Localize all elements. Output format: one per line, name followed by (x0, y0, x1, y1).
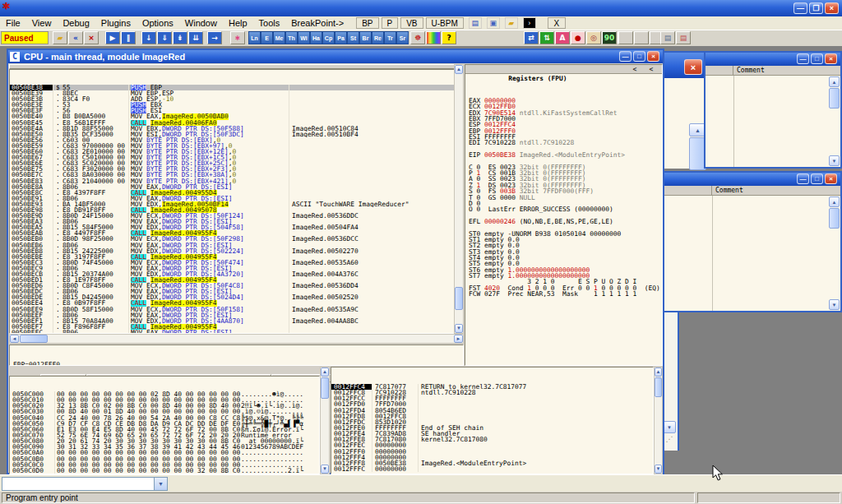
menu-item-tools[interactable]: Tools (253, 17, 286, 29)
menu-item-window[interactable]: Window (179, 17, 223, 29)
go-back-icon[interactable]: « (68, 31, 83, 44)
disasm-row[interactable]: 0050BE3B.83C4 F0ADD ESP,-10 (10, 96, 462, 102)
help-icon[interactable]: ? (442, 31, 456, 44)
register-line[interactable]: EFL 00000246 (NO,NB,E,BE,NS,PE,GE,LE) (465, 219, 662, 224)
plugin-close-button[interactable]: X (548, 17, 566, 29)
minimize-icon[interactable]: — (619, 51, 632, 62)
register-line[interactable]: EIP 0050BE38 ImageRed.<ModuleEntryPoint> (465, 152, 662, 158)
disasm-row[interactable]: 0050BE9D.8B0D 24F15000MOV ECX,DWORD PTR … (10, 213, 462, 219)
close-program-icon[interactable]: × (84, 31, 99, 44)
toolbar-letter-button-cp[interactable]: Cp (322, 31, 335, 44)
disasm-row[interactable]: 0050BED1.E8 1E97F8FFCALL ImageRed.004955… (10, 277, 462, 283)
disasm-row[interactable]: 0050BEC9.8B06MOV EAX,DWORD PTR DS:[ESI] (10, 266, 462, 271)
scroll-up-icon[interactable]: ▲ (455, 65, 463, 74)
minimize-icon[interactable]: — (797, 173, 809, 184)
minimize-icon[interactable]: — (793, 2, 807, 14)
breakpoint-bar-button-u-bpm[interactable]: U-BPM (426, 17, 464, 29)
panel-notes-icon[interactable]: ▤ (676, 31, 691, 44)
menu-item-view[interactable]: View (26, 17, 58, 29)
step-over-icon[interactable]: ⇓ (157, 31, 172, 44)
disasm-hscrollbar[interactable]: ◄ ► (9, 334, 464, 344)
menu-item-plugins[interactable]: Plugins (95, 17, 136, 29)
disasm-row[interactable]: 0050BEBE.E8 3197F8FFCALL ImageRed.004955… (10, 254, 462, 260)
close-icon[interactable]: × (684, 59, 702, 75)
close-icon[interactable]: × (825, 53, 837, 64)
menu-item-breakpoint[interactable]: BreakPoint-> (285, 17, 349, 29)
disasm-row[interactable]: 0050BEE4.E8 0B97F8FFCALL ImageRed.004955… (10, 300, 462, 306)
disasm-row[interactable]: 0050BE38$55PUSH EBP (10, 85, 462, 90)
scroll-down-icon[interactable]: ▼ (321, 465, 329, 474)
toolbar-letter-button-wi[interactable]: Wi (298, 31, 310, 44)
disasm-row[interactable]: 0050BE6E.C683 5C020000 00MOV BYTE PTR DS… (10, 160, 462, 166)
disasm-row[interactable]: 0050BEB8.8B15 24225000MOV EDX,DWORD PTR … (10, 248, 462, 254)
toolbar-letter-button-st[interactable]: St (347, 31, 359, 44)
pause-icon[interactable]: ‖ (121, 31, 136, 44)
disasm-row[interactable]: 0050BE45.E8 56B1EFFFCALL ImageRed.00406F… (10, 120, 462, 126)
disasm-row[interactable]: 0050BE50.8B35 DCF35000MOV ESI,DWORD PTR … (10, 132, 462, 137)
scroll-right-icon[interactable]: ► (454, 335, 463, 343)
close-icon[interactable]: × (825, 173, 837, 184)
swap-panels-icon[interactable]: ⇄ (524, 31, 539, 44)
disasm-row[interactable]: 0050BE3F.56PUSH ESI (10, 108, 462, 113)
scrollbar-thumb[interactable] (20, 335, 48, 343)
toolbar-letter-button-ha[interactable]: Ha (310, 31, 322, 44)
scrollbar-thumb[interactable] (655, 377, 662, 397)
registers-pane-header[interactable]: Registers (FPU) < < (465, 65, 662, 74)
assemble-icon[interactable]: A (555, 31, 570, 44)
stack-row[interactable]: 0012FFFC00000000 (331, 466, 653, 472)
maximize-icon[interactable]: □ (811, 173, 823, 184)
scrollbar-thumb[interactable] (829, 208, 840, 229)
column-header-blank[interactable] (706, 66, 733, 75)
scrollbar-thumb[interactable] (829, 88, 840, 109)
restore-icon[interactable]: ❐ (809, 2, 823, 14)
maximize-icon[interactable]: □ (633, 51, 645, 62)
open-file-icon[interactable]: ▰ (53, 31, 67, 44)
registers-prev-icon[interactable]: < (629, 66, 641, 73)
disasm-vscrollbar[interactable]: ▲ ▼ (454, 64, 464, 334)
disasm-row[interactable]: 0050BEB6.8B06MOV EAX,DWORD PTR DS:[ESI] (10, 243, 462, 248)
trace-spiral-icon[interactable]: ◎ (586, 31, 601, 44)
execute-till-return-icon[interactable]: → (207, 31, 222, 44)
resize-grip-icon[interactable]: ⋰ (663, 435, 676, 448)
disasm-row[interactable]: 0050BEDC.8B06MOV EAX,DWORD PTR DS:[ESI] (10, 289, 462, 294)
disasm-row[interactable]: 0050BECB.8B15 20374A00MOV EDX,DWORD PTR … (10, 271, 462, 277)
scroll-down-icon[interactable]: ▼ (829, 299, 840, 310)
disasm-row[interactable]: 0050BE98.E8 DB91F8FFCALL ImageRed.004950… (10, 207, 462, 213)
scrollbar-thumb[interactable] (321, 377, 329, 399)
scroll-down-icon[interactable]: ▼ (829, 155, 840, 166)
disasm-row[interactable]: 0050BEF7.E8 F896F8FFCALL ImageRed.004955… (10, 324, 462, 330)
stack-vscrollbar[interactable]: ▲ ▼ (654, 367, 663, 474)
notes-icon[interactable]: ▤ (469, 17, 482, 29)
disasm-row[interactable]: 0050BE56.C603 00MOV BYTE PTR DS:[EBX],0 (10, 137, 462, 143)
disasm-row[interactable]: 0050BEA5.8B15 584F5000MOV EDX,DWORD PTR … (10, 224, 462, 230)
command-input[interactable] (2, 478, 154, 490)
dump-vscrollbar[interactable]: ▲ ▼ (320, 367, 330, 474)
scrollbar-thumb[interactable] (455, 287, 463, 310)
toolbar-letter-button-re[interactable]: Re (372, 31, 384, 44)
disasm-row[interactable]: 0050BEEF.8B06MOV EAX,DWORD PTR DS:[ESI] (10, 312, 462, 318)
scroll-up-icon[interactable]: ▲ (829, 197, 840, 207)
breakpoint-bar-button-bp[interactable]: BP (356, 17, 378, 29)
animate-into-icon[interactable]: ↡ (173, 31, 187, 44)
register-line[interactable]: O 0 LastErr ERROR_SUCCESS (00000000) (465, 206, 662, 212)
disasm-row[interactable]: 0050BE39.8BECMOV EBP,ESP (10, 90, 462, 96)
breakpoint-bar-button-vb[interactable]: VB (400, 17, 423, 29)
scroll-up-icon[interactable]: ▲ (829, 76, 840, 87)
side-window-top-titlebar[interactable]: — □ × (706, 53, 840, 66)
toolbar-letter-button-br[interactable]: Br (359, 31, 372, 44)
disasm-row[interactable]: 0050BE4A.8B1D 88F55000MOV EBX,DWORD PTR … (10, 126, 462, 132)
toolbar-letter-button-pa[interactable]: Pa (335, 31, 347, 44)
toolbar-letter-button-sr[interactable]: Sr (396, 31, 409, 44)
disasm-row[interactable]: 0050BEB0.8B0D 98F25000MOV ECX,DWORD PTR … (10, 236, 462, 242)
open-folder-icon[interactable]: ▰ (505, 17, 518, 29)
disasm-row[interactable]: 0050BE93.BA 14BF5000MOV EDX,ImageRed.005… (10, 201, 462, 207)
disasm-row[interactable]: 0050BE8A.8B06MOV EAX,DWORD PTR DS:[ESI] (10, 184, 462, 190)
disasm-row[interactable]: 0050BEA3.8B06MOV EAX,DWORD PTR DS:[ESI] (10, 219, 462, 224)
options-gear-icon[interactable]: ☸ (410, 31, 425, 44)
close-icon[interactable]: × (647, 51, 659, 62)
disasm-row[interactable]: 0050BE83.C683 21040000 00MOV BYTE PTR DS… (10, 178, 462, 184)
disasm-row[interactable]: 0050BEE9.8B0D 58F15000MOV ECX,DWORD PTR … (10, 307, 462, 312)
disasm-row[interactable]: 0050BEC3.8B0D 74F45000MOV ECX,DWORD PTR … (10, 260, 462, 266)
save-icon[interactable]: ▣ (487, 17, 500, 29)
sync-updown-icon[interactable]: ⇅ (539, 31, 554, 44)
